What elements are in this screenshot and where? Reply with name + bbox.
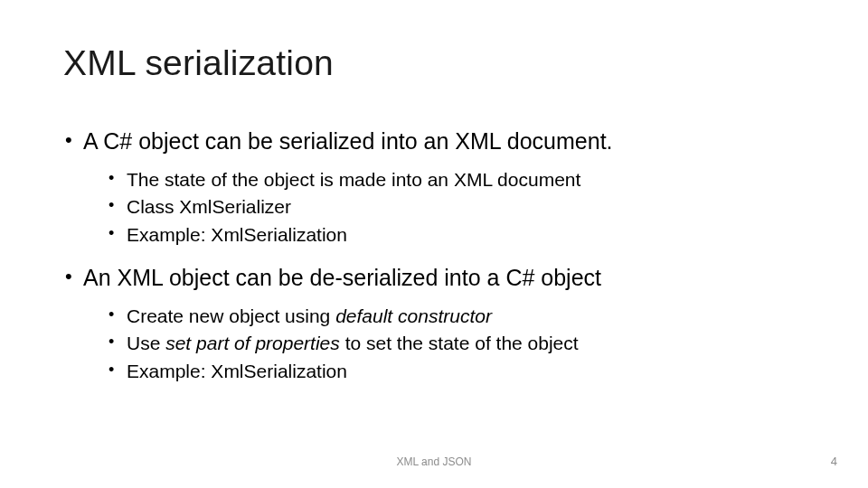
bullet-list: A C# object can be serialized into an XM… [63, 127, 805, 385]
footer-label: XML and JSON [397, 455, 472, 468]
list-item: An XML object can be de-serialized into … [63, 263, 805, 385]
bullet-text: Class XmlSerializer [127, 196, 291, 217]
footer: XML and JSON [0, 455, 868, 468]
sub-list: Create new object using default construc… [83, 303, 805, 385]
bullet-text: A C# object can be serialized into an XM… [83, 128, 613, 154]
bullet-text-em: default constructor [335, 305, 492, 326]
bullet-text: An XML object can be de-serialized into … [83, 265, 601, 290]
bullet-text: Example: XmlSerialization [127, 224, 347, 245]
bullet-text: Example: XmlSerialization [127, 361, 347, 381]
page-number: 4 [831, 455, 837, 468]
list-item: Example: XmlSerialization [107, 358, 805, 385]
bullet-text-prefix: Use [127, 333, 165, 353]
bullet-text-suffix: to set the state of the object [340, 333, 579, 353]
slide-title: XML serialization [63, 43, 805, 83]
bullet-text: The state of the object is made into an … [127, 169, 580, 190]
list-item: The state of the object is made into an … [107, 166, 805, 193]
bullet-text-prefix: Create new object using [127, 305, 335, 326]
list-item: Example: XmlSerialization [107, 221, 805, 249]
sub-list: The state of the object is made into an … [83, 166, 805, 249]
slide: XML serialization A C# object can be ser… [0, 0, 868, 488]
list-item: Class XmlSerializer [107, 193, 805, 221]
list-item: Use set part of properties to set the st… [107, 330, 805, 357]
list-item: A C# object can be serialized into an XM… [63, 127, 805, 249]
list-item: Create new object using default construc… [107, 303, 805, 330]
bullet-text-em: set part of properties [165, 333, 340, 353]
